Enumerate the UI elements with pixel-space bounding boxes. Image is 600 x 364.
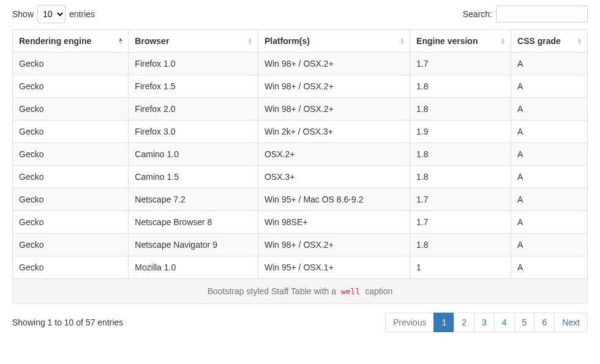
data-table: Rendering engine▲▼Browser▲▼Platform(s)▲▼… [12,29,588,279]
table-cell: Win 98+ / OSX.2+ [258,53,410,75]
page-button[interactable]: 5 [514,313,535,332]
table-row: GeckoCamino 1.0OSX.2+1.8A [13,143,588,166]
table-row: GeckoFirefox 1.0Win 98+ / OSX.2+1.7A [13,53,588,75]
table-cell: A [511,121,588,143]
table-cell: Win 2k+ / OSX.3+ [258,121,410,143]
table-cell: Win 95+ / Mac OS 8.6-9.2 [258,188,410,211]
previous-button: Previous [385,313,434,332]
table-cell: A [511,53,588,75]
page-button[interactable]: 2 [454,313,474,332]
sort-icon: ▲▼ [500,37,506,45]
table-cell: Firefox 3.0 [129,121,258,143]
search-label: Search: [463,9,492,19]
table-cell: Gecko [13,53,129,75]
page-button[interactable]: 3 [474,313,495,332]
table-info: Showing 1 to 10 of 57 entries [12,318,123,327]
table-cell: Gecko [13,256,129,279]
show-label-post: entries [69,9,95,19]
table-cell: A [511,75,588,98]
table-cell: OSX.2+ [258,143,410,166]
table-cell: A [511,256,588,279]
table-cell: Win 95+ / OSX.1+ [258,256,410,279]
column-header-label: Browser [135,36,169,46]
length-control: Show 10 entries [12,5,95,23]
table-cell: Gecko [13,166,129,188]
table-cell: Win 98+ / OSX.2+ [258,234,410,256]
column-header[interactable]: Rendering engine▲▼ [13,30,129,53]
table-cell: Win 98+ / OSX.2+ [258,75,410,98]
column-header[interactable]: Engine version▲▼ [410,30,511,53]
table-cell: 1.7 [410,53,511,75]
table-cell: A [511,166,588,188]
table-cell: Gecko [13,121,129,143]
column-header-label: Platform(s) [264,36,310,46]
table-cell: 1.8 [410,98,511,121]
table-cell: 1.7 [410,211,511,234]
next-button[interactable]: Next [554,313,588,332]
page-button[interactable]: 4 [494,313,515,332]
table-cell: Gecko [13,98,129,121]
table-row: GeckoFirefox 2.0Win 98+ / OSX.2+1.8A [13,98,588,121]
table-cell: Gecko [13,188,129,211]
table-cell: 1.8 [410,166,511,188]
column-header[interactable]: CSS grade▲▼ [511,30,588,53]
table-cell: 1.7 [410,188,511,211]
table-row: GeckoNetscape Browser 8Win 98SE+1.7A [13,211,588,234]
caption-pre: Bootstrap styled Staff Table with a [208,286,339,296]
table-row: GeckoNetscape 7.2Win 95+ / Mac OS 8.6-9.… [13,188,588,211]
sort-icon: ▲▼ [118,37,123,45]
table-cell: Firefox 1.5 [129,75,258,98]
table-cell: A [511,188,588,211]
column-header-label: CSS grade [517,36,561,46]
table-cell: Camino 1.5 [129,166,258,188]
column-header-label: Engine version [416,36,478,46]
table-cell: Mozilla 1.0 [129,256,258,279]
search-input[interactable] [496,6,588,23]
table-cell: Firefox 2.0 [129,98,258,121]
caption-post: caption [362,286,392,296]
show-label-pre: Show [12,9,34,19]
search-control: Search: [463,6,588,23]
table-cell: A [511,143,588,166]
page-button[interactable]: 6 [534,313,555,332]
table-cell: A [511,234,588,256]
table-row: GeckoNetscape Navigator 9Win 98+ / OSX.2… [13,234,588,256]
column-header[interactable]: Browser▲▼ [129,30,258,53]
table-cell: Gecko [13,234,129,256]
sort-icon: ▲▼ [399,37,405,45]
column-header-label: Rendering engine [19,36,91,46]
table-cell: 1.8 [410,75,511,98]
sort-icon: ▲▼ [247,37,253,45]
page-button[interactable]: 1 [433,313,454,332]
table-cell: Gecko [13,211,129,234]
table-cell: Gecko [13,75,129,98]
table-cell: Firefox 1.0 [129,53,258,75]
table-cell: 1.8 [410,143,511,166]
table-cell: Win 98SE+ [258,211,410,234]
table-row: GeckoCamino 1.5OSX.3+1.8A [13,166,588,188]
table-cell: 1.9 [410,121,511,143]
column-header[interactable]: Platform(s)▲▼ [258,30,410,53]
table-row: GeckoFirefox 1.5Win 98+ / OSX.2+1.8A [13,75,588,98]
table-cell: A [511,98,588,121]
table-caption: Bootstrap styled Staff Table with a well… [12,279,588,304]
pagination: Previous123456Next [386,313,588,332]
table-cell: OSX.3+ [258,166,410,188]
table-row: GeckoMozilla 1.0Win 95+ / OSX.1+1A [13,256,588,279]
table-cell: Win 98+ / OSX.2+ [258,98,410,121]
table-cell: A [511,211,588,234]
length-select[interactable]: 10 [37,5,66,23]
sort-icon: ▲▼ [577,37,582,45]
table-cell: Camino 1.0 [129,143,258,166]
table-row: GeckoFirefox 3.0Win 2k+ / OSX.3+1.9A [13,121,588,143]
table-cell: 1.8 [410,234,511,256]
table-cell: Netscape Browser 8 [129,211,258,234]
table-cell: 1 [410,256,511,279]
table-cell: Netscape Navigator 9 [129,234,258,256]
table-cell: Gecko [13,143,129,166]
table-cell: Netscape 7.2 [129,188,258,211]
caption-code: well [339,286,362,297]
